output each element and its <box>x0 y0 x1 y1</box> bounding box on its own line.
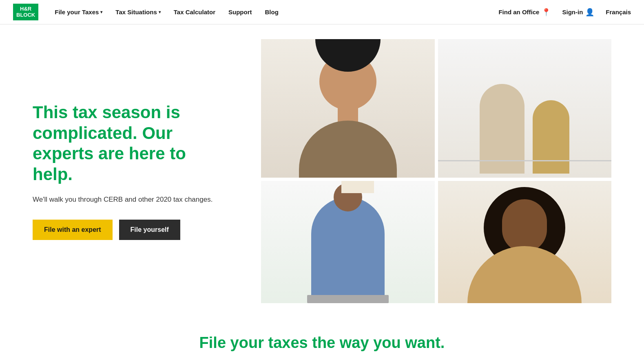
sign-in-link[interactable]: Sign-in 👤 <box>562 8 594 17</box>
nav-blog[interactable]: Blog <box>265 9 279 15</box>
hero-image-man <box>438 181 612 303</box>
decorative-shape <box>438 160 612 161</box>
location-icon: 📍 <box>542 8 551 17</box>
person-icon: 👤 <box>585 8 594 17</box>
chevron-down-icon: ▾ <box>159 10 161 14</box>
language-link[interactable]: Français <box>606 9 631 15</box>
hero-image-woman <box>261 39 435 178</box>
logo[interactable]: H&R BLOCK <box>13 4 38 20</box>
find-office-link[interactable]: Find an Office 📍 <box>498 8 551 17</box>
file-yourself-button[interactable]: File yourself <box>119 220 180 240</box>
hero-section: This tax season is complicated. Our expe… <box>0 24 644 318</box>
bottom-section: File your taxes the way you want. <box>0 318 644 360</box>
decorative-shape <box>299 121 397 178</box>
decorative-shape <box>311 197 385 303</box>
nav-support[interactable]: Support <box>228 9 252 15</box>
navigation: H&R BLOCK File your Taxes ▾ Tax Situatio… <box>0 0 644 24</box>
nav-tax-situations[interactable]: Tax Situations ▾ <box>115 9 160 15</box>
nav-tax-calculator[interactable]: Tax Calculator <box>174 9 215 15</box>
nav-left: File your Taxes ▾ Tax Situations ▾ Tax C… <box>55 9 498 15</box>
hero-headline: This tax season is complicated. Our expe… <box>33 102 220 185</box>
hero-text-block: This tax season is complicated. Our expe… <box>33 102 237 240</box>
hero-image-consultation <box>438 39 612 178</box>
hero-image-family <box>261 181 435 303</box>
nav-right: Find an Office 📍 Sign-in 👤 Français <box>498 8 631 17</box>
nav-file-taxes[interactable]: File your Taxes ▾ <box>55 9 102 15</box>
hero-buttons: File with an expert File yourself <box>33 220 220 240</box>
decorative-shape <box>533 100 569 174</box>
bottom-headline: File your taxes the way you want. <box>0 334 644 352</box>
file-with-expert-button[interactable]: File with an expert <box>33 220 113 240</box>
chevron-down-icon: ▾ <box>100 10 102 14</box>
hero-image-grid <box>261 39 611 303</box>
decorative-shape <box>467 246 582 303</box>
decorative-shape <box>341 181 374 193</box>
hero-subtext: We'll walk you through CERB and other 20… <box>33 194 220 205</box>
decorative-shape <box>307 295 389 303</box>
decorative-shape <box>502 199 547 252</box>
